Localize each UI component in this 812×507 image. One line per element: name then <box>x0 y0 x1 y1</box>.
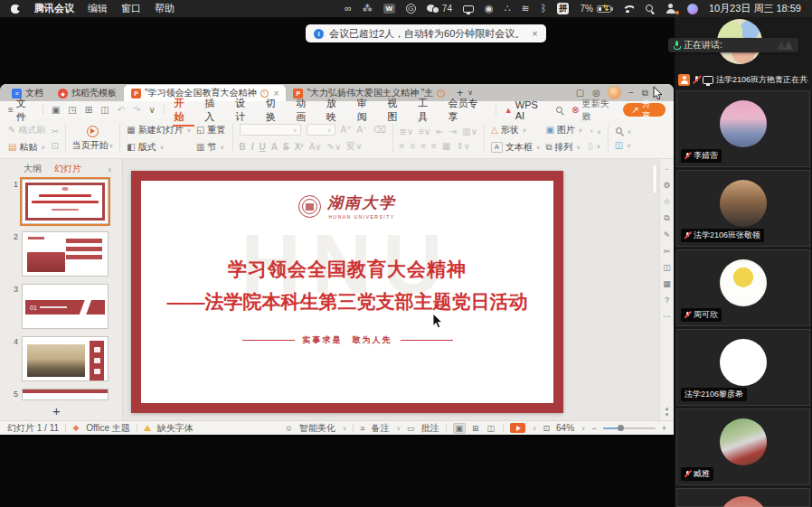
highlight-icon[interactable]: ✎∨ <box>327 142 342 152</box>
wps-ai-button[interactable]: ▲WPS AI <box>505 99 547 121</box>
copy-button[interactable]: ⊡ <box>51 141 58 151</box>
menu-transition[interactable]: 切换 <box>264 97 287 124</box>
participant-tile[interactable]: 法学2106黎彦希 <box>676 329 810 406</box>
text-direction-icon[interactable]: ▥∨ <box>462 127 477 136</box>
menu-review[interactable]: 审阅 <box>355 97 378 124</box>
apple-menu-icon[interactable] <box>11 3 21 14</box>
comments-button[interactable]: 批注 <box>421 422 439 435</box>
cut-button[interactable]: ✂ <box>51 127 58 136</box>
layout-button[interactable]: ◧版式∨ <box>127 141 191 154</box>
normal-view-button[interactable]: ▣ <box>453 423 467 434</box>
help-icon[interactable]: ? <box>665 296 669 305</box>
canvas-scrollbar[interactable] <box>652 164 657 194</box>
input-method-icon[interactable]: 拼 <box>557 3 569 14</box>
menubar-edit[interactable]: 编辑 <box>88 2 108 15</box>
align-center-icon[interactable]: ≡ <box>410 141 415 151</box>
tab-docer-templates[interactable]: 找稻壳模板 <box>51 85 124 101</box>
user-switch-icon[interactable] <box>666 4 676 14</box>
slide-sorter-view-button[interactable]: ⊞ <box>470 424 481 433</box>
align-left-icon[interactable]: ≡ <box>400 141 405 151</box>
g-app-icon[interactable] <box>406 4 416 14</box>
menubar-window[interactable]: 窗口 <box>121 2 141 15</box>
quick-access-chevron-icon[interactable]: ∨ <box>148 105 155 115</box>
menu-design[interactable]: 设计 <box>233 97 256 124</box>
theme-name[interactable]: Office 主题 <box>86 422 130 435</box>
reading-icon[interactable]: ◫ <box>663 263 671 272</box>
cutout-icon[interactable]: ✂ <box>664 247 671 256</box>
play-from-current-button[interactable]: 当页开始∨ <box>72 126 113 152</box>
play-circle-icon[interactable]: ◉ <box>485 4 494 14</box>
beautify-icon[interactable]: ✎ <box>664 230 671 239</box>
dots-icon[interactable]: ∴ <box>505 4 511 14</box>
phonetic-icon[interactable]: 変∨ <box>346 140 362 153</box>
siri-icon[interactable] <box>687 4 698 14</box>
bluetooth-icon[interactable]: ᛒ <box>541 4 547 14</box>
notes-button[interactable]: 备注 <box>372 422 390 435</box>
columns-icon[interactable]: ▦ <box>442 141 450 151</box>
ribbon-search-icon[interactable] <box>555 106 563 115</box>
participant-tile[interactable]: 周可欣 <box>676 249 810 326</box>
font-family-select[interactable]: ∨ <box>240 124 301 136</box>
menu-tools[interactable]: 工具 <box>416 97 439 124</box>
wps-menubar-icon[interactable] <box>383 4 395 14</box>
bold-button[interactable]: B <box>240 142 246 152</box>
justify-icon[interactable]: ≡ <box>431 141 437 151</box>
slide-thumbnail-4[interactable] <box>22 336 109 381</box>
italic-button[interactable]: I <box>251 142 254 152</box>
strip-handle[interactable]: − <box>665 164 669 174</box>
clear-format-icon[interactable]: ⌫ <box>373 125 385 135</box>
undo-icon[interactable]: ↶ <box>118 105 125 115</box>
find-button[interactable]: ∨ <box>615 127 631 136</box>
textbox-button[interactable]: A文本框∨ <box>491 141 540 154</box>
decrease-font-icon[interactable]: A⁻ <box>356 125 367 135</box>
menu-animation[interactable]: 动画 <box>294 97 316 124</box>
file-menu[interactable]: ≡文件 <box>8 97 34 124</box>
menubar-help[interactable]: 帮助 <box>155 2 175 15</box>
zoom-slider[interactable] <box>603 427 656 429</box>
update-failed-status[interactable]: ⊗更新失败 <box>571 98 614 123</box>
properties-icon[interactable]: ⚙ <box>663 181 670 190</box>
selection-pane-button[interactable]: ◫∨ <box>615 140 631 150</box>
slideshow-play-button[interactable] <box>510 423 525 433</box>
zoom-in-button[interactable]: + <box>662 424 666 433</box>
superscript-button[interactable]: X² <box>295 142 304 152</box>
display-icon[interactable] <box>463 5 474 13</box>
menu-insert[interactable]: 插入 <box>203 97 225 124</box>
page-nav-arrows[interactable]: ▲▼ <box>665 406 670 418</box>
participant-tile[interactable]: 臧雅 <box>676 408 810 485</box>
section-button[interactable]: ▥节∨ <box>196 141 225 154</box>
menu-member[interactable]: 会员专享 <box>447 97 487 124</box>
menu-view[interactable]: 视图 <box>385 97 408 124</box>
zoom-level[interactable]: 64% <box>556 423 574 433</box>
placeholder-button[interactable]: ▯∨ <box>588 141 600 151</box>
schedule-icon[interactable]: ▦ <box>663 279 671 288</box>
airflow-icon[interactable]: ≋ <box>522 4 530 14</box>
print-icon[interactable]: ⊞ <box>85 105 92 115</box>
global-settings-icon[interactable]: ◎ <box>592 88 600 98</box>
toast-close-button[interactable]: × <box>532 28 537 39</box>
save-icon[interactable]: ▣ <box>52 105 60 115</box>
participant-tile[interactable]: 法学2106班张敬领 <box>676 170 810 247</box>
outline-tab[interactable]: 大纲 <box>24 163 42 175</box>
battery-status[interactable]: 7% ↯ <box>580 4 610 14</box>
menubar-datetime[interactable]: 10月23日 周三 18:59 <box>709 2 801 15</box>
shadow-button[interactable]: A <box>271 142 278 152</box>
copilot-icon[interactable]: ⧉ <box>664 213 669 223</box>
increase-font-icon[interactable]: A⁺ <box>341 125 352 135</box>
font-size-select[interactable]: ∨ <box>307 124 335 136</box>
more-icon[interactable]: ⋯ <box>663 312 671 321</box>
minimize-button[interactable]: − <box>628 88 634 98</box>
wechat-icon[interactable] <box>427 5 439 14</box>
fit-slide-icon[interactable]: ⊡ <box>543 424 551 433</box>
bullet-list-icon[interactable]: ≣∨ <box>400 127 414 136</box>
slide-thumbnail-5[interactable] <box>22 389 109 400</box>
arrange-button[interactable]: ⧉排列∨ <box>545 141 582 154</box>
participant-tile[interactable]: 李婧蕾 <box>676 90 810 167</box>
slide-thumbnail-3[interactable]: 01 <box>22 284 109 329</box>
picture-button[interactable]: ▣图片∨ <box>545 124 582 136</box>
menu-slideshow[interactable]: 放映 <box>325 97 347 124</box>
missing-font-status[interactable]: 缺失字体 <box>157 422 194 435</box>
align-right-icon[interactable]: ≡ <box>420 141 426 151</box>
smart-beautify-button[interactable]: 智能美化 <box>299 422 335 435</box>
binoculars-icon[interactable]: ∞ <box>345 4 352 14</box>
